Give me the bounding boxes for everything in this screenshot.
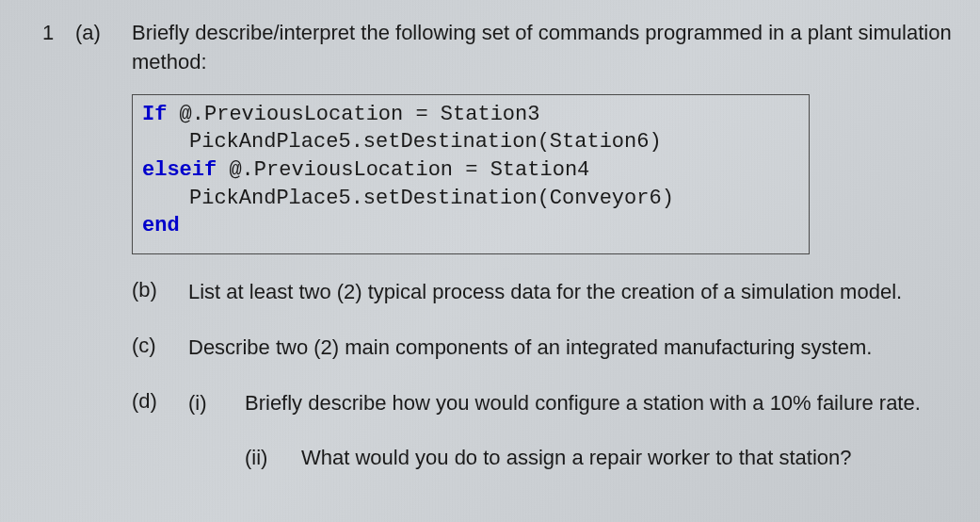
part-b-text: List at least two (2) typical process da… <box>188 278 952 307</box>
code-text-4: PickAndPlace5.setDestination(Conveyor6) <box>189 187 674 210</box>
keyword-end: end <box>142 214 180 237</box>
part-c-row: (c) Describe two (2) main components of … <box>132 334 952 363</box>
part-d-label: (d) <box>132 389 188 414</box>
code-line-2: PickAndPlace5.setDestination(Station6) <box>142 128 799 156</box>
part-a-label: (a) <box>75 19 132 45</box>
keyword-elseif: elseif <box>142 158 217 182</box>
part-c-text: Describe two (2) main components of an i… <box>188 334 952 363</box>
part-d-content: (i) Briefly describe how you would confi… <box>188 389 952 474</box>
part-d-i-label: (i) <box>188 389 245 418</box>
part-b-row: (b) List at least two (2) typical proces… <box>132 278 952 307</box>
code-line-4: PickAndPlace5.setDestination(Conveyor6) <box>142 185 799 213</box>
keyword-if: If <box>142 103 167 126</box>
question-number: 1 <box>28 19 75 45</box>
question-header-row: 1 (a) Briefly describe/interpret the fol… <box>28 19 952 77</box>
part-b-label: (b) <box>132 278 188 302</box>
code-text-3: @.PreviousLocation = Station4 <box>217 158 589 182</box>
part-d-ii-row: (ii) What would you do to assign a repai… <box>245 444 952 473</box>
code-line-3: elseif @.PreviousLocation = Station4 <box>142 156 799 185</box>
part-d-ii-label: (ii) <box>245 444 301 473</box>
part-c-label: (c) <box>132 334 188 358</box>
code-text-1: @.PreviousLocation = Station3 <box>167 103 539 126</box>
part-d-row: (d) (i) Briefly describe how you would c… <box>132 389 952 474</box>
code-line-5: end <box>142 212 799 240</box>
part-d-i-text: Briefly describe how you would configure… <box>245 389 952 418</box>
code-line-1: If @.PreviousLocation = Station3 <box>142 101 799 129</box>
code-text-2: PickAndPlace5.setDestination(Station6) <box>189 130 662 154</box>
sub-questions-container: (b) List at least two (2) typical proces… <box>132 278 952 473</box>
part-d-i-row: (i) Briefly describe how you would confi… <box>188 389 952 418</box>
code-block: If @.PreviousLocation = Station3 PickAnd… <box>132 94 810 254</box>
part-a-text: Briefly describe/interpret the following… <box>132 19 952 77</box>
part-d-ii-text: What would you do to assign a repair wor… <box>301 444 952 473</box>
